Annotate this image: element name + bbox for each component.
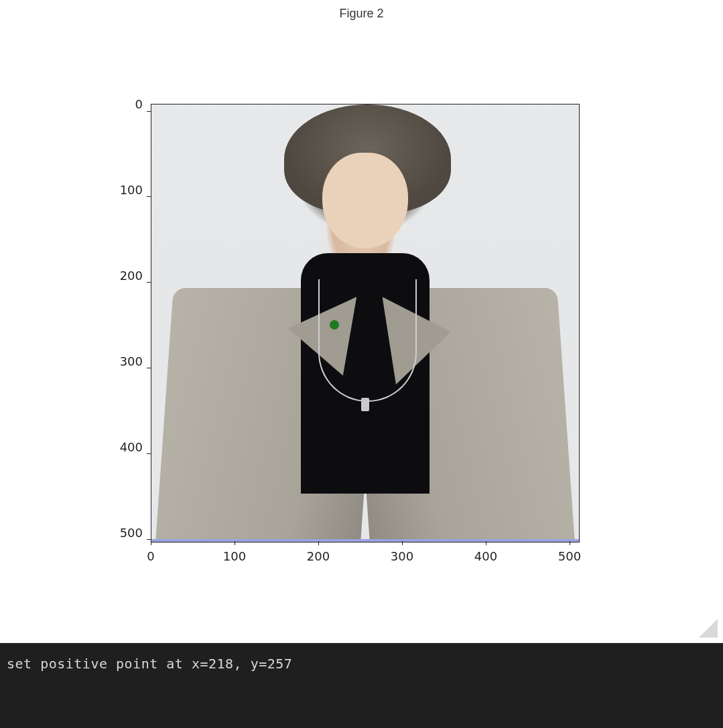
xtick-300: 300 (385, 549, 419, 563)
ytick-300: 300 (103, 361, 143, 375)
resize-grip-icon[interactable] (699, 619, 718, 638)
ytick-0: 0 (103, 104, 143, 118)
necklace-pendant (361, 398, 369, 411)
xtick-0: 0 (134, 549, 168, 563)
ytick-100: 100 (103, 190, 143, 204)
necklace-chain (318, 279, 417, 402)
ytick-200: 200 (103, 275, 143, 289)
matplotlib-figure-window: Figure 2 0 100 200 300 400 500 0 100 200… (0, 0, 723, 643)
xtick-100: 100 (218, 549, 251, 563)
subject-face (322, 153, 408, 249)
ytick-400: 400 (103, 447, 143, 461)
ytick-500: 500 (103, 532, 143, 547)
xtick-500: 500 (553, 549, 586, 563)
positive-point-marker (330, 320, 339, 330)
plot-axes[interactable]: 0 100 200 300 400 500 0 100 200 300 400 … (151, 104, 580, 542)
terminal-output[interactable]: set positive point at x=218, y=257 (0, 643, 723, 728)
xtick-400: 400 (469, 549, 503, 563)
image-bottom-edge (151, 539, 579, 542)
xtick-200: 200 (302, 549, 335, 563)
terminal-line: set positive point at x=218, y=257 (7, 656, 716, 672)
figure-title: Figure 2 (0, 0, 723, 21)
image-canvas[interactable] (151, 104, 580, 542)
